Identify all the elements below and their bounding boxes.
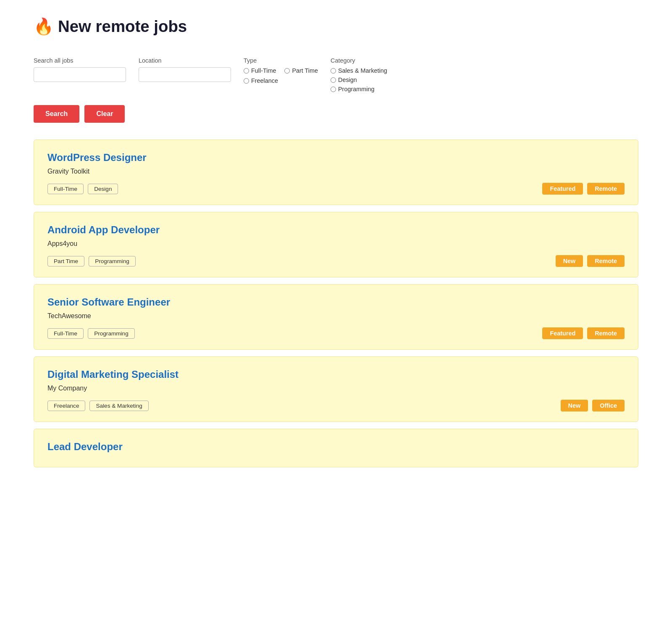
search-jobs-input[interactable]	[34, 67, 126, 82]
job-footer: Full-TimeProgrammingFeaturedRemote	[47, 327, 625, 339]
search-jobs-group: Search all jobs	[34, 57, 126, 82]
search-jobs-label: Search all jobs	[34, 57, 126, 64]
page-header: 🔥 New remote jobs	[34, 17, 638, 36]
job-company: Apps4you	[47, 240, 625, 248]
category-programming-label: Programming	[338, 86, 374, 92]
type-label: Type	[244, 57, 318, 64]
job-tag[interactable]: Programming	[89, 256, 136, 266]
job-tag[interactable]: Design	[88, 184, 118, 194]
type-fulltime: Full-Time	[244, 67, 276, 74]
type-group: Type Full-Time Part Time Freelance	[244, 57, 318, 84]
category-programming: Programming	[331, 86, 387, 92]
jobs-list: WordPress DesignerGravity ToolkitFull-Ti…	[34, 140, 638, 467]
job-badge-featured[interactable]: Featured	[542, 327, 583, 339]
job-badge-new[interactable]: New	[556, 255, 583, 267]
type-radio-row-2: Freelance	[244, 77, 318, 84]
category-sales-marketing-radio[interactable]	[331, 68, 336, 74]
job-card: Senior Software EngineerTechAwesomeFull-…	[34, 284, 638, 350]
category-group: Category Sales & Marketing Design Progra…	[331, 57, 387, 92]
job-tag[interactable]: Full-Time	[47, 184, 84, 194]
job-footer: Full-TimeDesignFeaturedRemote	[47, 183, 625, 195]
job-title[interactable]: WordPress Designer	[47, 152, 625, 163]
search-location-group: Location	[139, 57, 231, 82]
job-badge-remote[interactable]: Remote	[587, 255, 625, 267]
type-parttime-label: Part Time	[292, 67, 318, 74]
job-title[interactable]: Android App Developer	[47, 224, 625, 236]
job-card: WordPress DesignerGravity ToolkitFull-Ti…	[34, 140, 638, 205]
category-design-label: Design	[338, 76, 357, 83]
job-tags: Full-TimeDesign	[47, 184, 118, 194]
job-company: Gravity Toolkit	[47, 168, 625, 175]
job-card: Digital Marketing SpecialistMy CompanyFr…	[34, 356, 638, 422]
job-badge-new[interactable]: New	[561, 400, 588, 411]
type-freelance-label: Freelance	[251, 77, 278, 84]
job-tag[interactable]: Part Time	[47, 256, 84, 266]
job-tags: FreelanceSales & Marketing	[47, 401, 149, 411]
job-tags: Full-TimeProgramming	[47, 328, 135, 339]
job-tag[interactable]: Sales & Marketing	[89, 401, 148, 411]
job-badges: NewRemote	[556, 255, 625, 267]
type-fulltime-radio[interactable]	[244, 68, 249, 74]
search-location-input[interactable]	[139, 67, 231, 82]
job-tag[interactable]: Full-Time	[47, 328, 84, 339]
search-location-label: Location	[139, 57, 231, 64]
job-footer: Part TimeProgrammingNewRemote	[47, 255, 625, 267]
job-badges: FeaturedRemote	[542, 183, 625, 195]
job-title[interactable]: Digital Marketing Specialist	[47, 369, 625, 380]
job-company: My Company	[47, 385, 625, 392]
category-sales-marketing: Sales & Marketing	[331, 67, 387, 74]
job-title[interactable]: Senior Software Engineer	[47, 296, 625, 308]
job-card: Android App DeveloperApps4youPart TimePr…	[34, 212, 638, 277]
job-tag[interactable]: Programming	[88, 328, 135, 339]
category-list: Sales & Marketing Design Programming	[331, 67, 387, 92]
job-badges: NewOffice	[561, 400, 625, 411]
category-label: Category	[331, 57, 387, 64]
job-card: Lead Developer	[34, 429, 638, 467]
job-badge-featured[interactable]: Featured	[542, 183, 583, 195]
category-design: Design	[331, 76, 387, 83]
category-programming-radio[interactable]	[331, 87, 336, 92]
type-fulltime-label: Full-Time	[251, 67, 276, 74]
job-badge-office[interactable]: Office	[592, 400, 625, 411]
search-button[interactable]: Search	[34, 105, 79, 123]
type-radio-row-1: Full-Time Part Time	[244, 67, 318, 74]
job-badges: FeaturedRemote	[542, 327, 625, 339]
type-freelance: Freelance	[244, 77, 278, 84]
job-company: TechAwesome	[47, 312, 625, 320]
type-parttime: Part Time	[284, 67, 318, 74]
job-footer: FreelanceSales & MarketingNewOffice	[47, 400, 625, 411]
category-design-radio[interactable]	[331, 77, 336, 83]
job-tags: Part TimeProgramming	[47, 256, 136, 266]
type-parttime-radio[interactable]	[284, 68, 290, 74]
type-options: Full-Time Part Time Freelance	[244, 67, 318, 84]
clear-button[interactable]: Clear	[84, 105, 125, 123]
job-badge-remote[interactable]: Remote	[587, 183, 625, 195]
button-row: Search Clear	[34, 105, 638, 123]
type-freelance-radio[interactable]	[244, 78, 249, 84]
fire-icon: 🔥	[34, 17, 54, 36]
job-tag[interactable]: Freelance	[47, 401, 85, 411]
page-title: New remote jobs	[58, 17, 187, 36]
search-section: Search all jobs Location Type Full-Time …	[34, 57, 638, 92]
category-sales-marketing-label: Sales & Marketing	[338, 67, 387, 74]
job-title[interactable]: Lead Developer	[47, 441, 625, 453]
job-badge-remote[interactable]: Remote	[587, 327, 625, 339]
